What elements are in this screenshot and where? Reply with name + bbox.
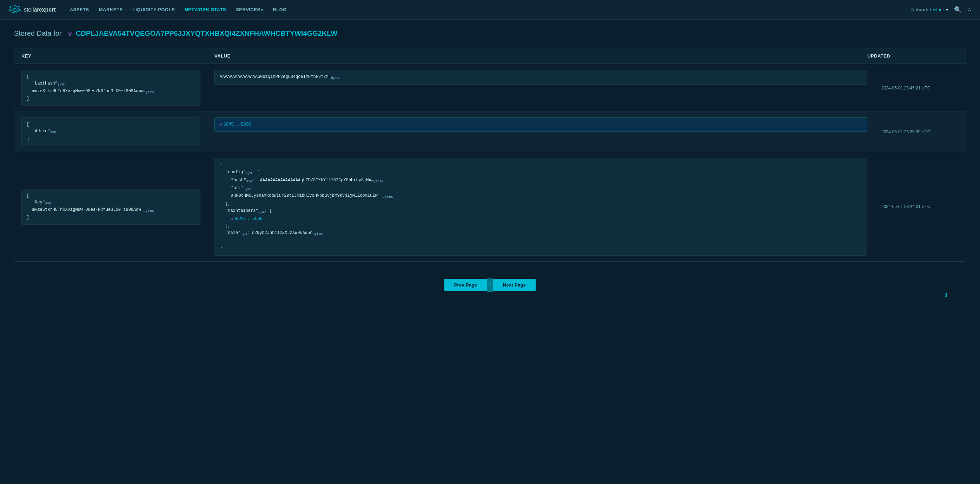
- row3-hash-bytes: bytes: [371, 179, 382, 183]
- network-selector[interactable]: Network testnet ▾: [911, 7, 948, 12]
- row2-key-entry: "Admin"sym: [27, 129, 56, 133]
- table-row: [ "Admin"sym ] ♛GCMS...EUGG 2024-05-01 2…: [14, 112, 966, 152]
- row2-link-value[interactable]: GCMS...EUGG: [224, 122, 251, 127]
- account-address-link[interactable]: CDPLJAEVA54TVQEGOA7PP6JJXYQTXHBXQI4ZXNFH…: [76, 29, 337, 37]
- row1-key-text1: "LastHash": [32, 81, 57, 86]
- download-icon[interactable]: ⬇: [944, 291, 948, 300]
- row3-name-sym: sym: [240, 233, 247, 236]
- row2-key-sym: sym: [50, 131, 56, 135]
- row1-updated-text: 2024-05-01 23:45:21 UTC: [881, 86, 930, 90]
- row3-url-entry: "url"sym:: [220, 184, 862, 192]
- row3-hash-key: "hash": [231, 178, 246, 183]
- page-divider: /: [487, 278, 493, 292]
- nav-right: Network testnet ▾ 🔍 △: [911, 5, 972, 14]
- next-page-button[interactable]: Next Page: [493, 279, 536, 291]
- row1-key-bytes-tag: bytes: [143, 90, 154, 94]
- row3-key-bytes-val: mvzeStkrHUTnRXvzgMuw+O8es/NRfue3L00+t808…: [32, 207, 143, 212]
- user-icon[interactable]: △: [967, 5, 972, 14]
- nav-links: ASSETS MARKETS LIQUIDITY POOLS NETWORK S…: [70, 7, 912, 12]
- row3-updated-cell: 2024-05-01 23:44:01 UTC: [874, 152, 966, 261]
- row3-hash-sym: sym: [246, 179, 252, 183]
- row3-updated-text: 2024-05-01 23:44:01 UTC: [881, 204, 930, 209]
- row3-key-block: [ "Key"sym, mvzeStkrHUTnRXvzgMuw+O8es/NR…: [21, 189, 200, 225]
- row3-maintainers-close: ],: [220, 222, 862, 229]
- network-label: Network: [911, 7, 928, 12]
- nav-assets[interactable]: ASSETS: [70, 7, 89, 12]
- main-content: Key Value Updated [ "LastHash"sym, mvzeS…: [0, 44, 980, 323]
- pagination: Prev Page / Next Page: [436, 270, 544, 300]
- account-icon: ♛: [67, 31, 72, 37]
- row3-name-entry: "name"sym: c29yb2Jhbi12ZXJzaW9uaW5nbytes: [220, 229, 862, 237]
- nav-blog[interactable]: BLOG: [273, 7, 287, 12]
- row2-updated-text: 2024-05-01 23:35:39 UTC: [881, 129, 930, 134]
- row3-close-brace: }: [220, 246, 222, 251]
- prev-page-button[interactable]: Prev Page: [444, 279, 487, 291]
- table-row: [ "LastHash"sym, mvzeStkrHUTnRXvzgMuw+O8…: [14, 64, 966, 112]
- row3-url-value-line: aHR0cHM6Ly9naXRodWIuY29tL3R1bHIvcHVpbGVj…: [220, 192, 862, 200]
- row3-name-key: "name": [225, 230, 240, 235]
- row3-key-entry2: mvzeStkrHUTnRXvzgMuw+O8es/NRfue3L00+t808…: [27, 207, 154, 212]
- row3-maintainers-value: ♛GCMS...EUGG: [220, 215, 862, 222]
- row1-key-entry1: "LastHash"sym,: [27, 81, 66, 86]
- page-title-prefix: Stored Data for: [14, 29, 62, 37]
- row3-key-entry1: "Key"sym,: [27, 200, 54, 205]
- row2-address-icon: ♛: [220, 122, 222, 127]
- row1-key-bracket-close: ]: [27, 96, 29, 101]
- row2-value-block: ♛GCMS...EUGG: [215, 117, 867, 132]
- row3-hash-value: AAAAAAAAAAAAAAAAqLZD/8TXbYltYB2CpY8pHrby…: [260, 178, 371, 183]
- nav-liquidity-pools[interactable]: LIQUIDITY POOLS: [133, 7, 175, 12]
- row1-value-cell: AAAAAAAAAAAAAAAG0dzQ1tPHvegU84qoelmHYhH3…: [207, 64, 874, 111]
- row3-bracket-open: [: [27, 193, 29, 198]
- row1-value-bytes-tag: bytes: [331, 76, 342, 80]
- logo[interactable]: stellar expert: [8, 3, 56, 16]
- row3-url-value: aHR0cHM6Ly9naXRodWIuY29tL3R1bHIvcHVpbGVj…: [231, 193, 383, 198]
- row3-url-bytes: bytes: [383, 195, 393, 199]
- col-header-updated: Updated: [867, 53, 959, 59]
- data-table: Key Value Updated [ "LastHash"sym, mvzeS…: [14, 48, 966, 262]
- services-dropdown-icon: ▾: [261, 8, 263, 12]
- row3-key-cell: [ "Key"sym, mvzeStkrHUTnRXvzgMuw+O8es/NR…: [14, 152, 207, 261]
- row1-key-bytes-val: mvzeStkrHUTnRXvzgMuw+O8es/NRfue3L00+t808…: [32, 89, 143, 94]
- row3-maintainers-label: "maintainers": [225, 208, 258, 213]
- row2-key-text: "Admin": [32, 129, 50, 133]
- pagination-area: Prev Page / Next Page ⬇: [14, 262, 966, 309]
- network-dropdown-icon: ▾: [946, 7, 948, 12]
- row3-config-sym: sym: [246, 172, 252, 176]
- row3-name-bytes: bytes: [312, 233, 323, 236]
- row3-config-key: "config"sym: {: [220, 169, 862, 176]
- row1-key-bracket-open: [: [27, 75, 29, 79]
- row1-value-text: AAAAAAAAAAAAAAAG0dzQ1tPHvegU84qoelmHYhH3…: [220, 75, 331, 79]
- nav-services[interactable]: SERVICES▾: [236, 7, 263, 12]
- row3-hash-entry: "hash"sym: AAAAAAAAAAAAAAAAqLZD/8TXbYltY…: [220, 177, 862, 184]
- row2-key-cell: [ "Admin"sym ]: [14, 112, 207, 152]
- row3-maintainers-link[interactable]: GCMS...EUGG: [235, 216, 262, 221]
- row3-url-key: "url": [231, 186, 243, 190]
- row3-code-block: { "config"sym: { "hash"sym: AAAAAAAAAAAA…: [215, 158, 867, 255]
- row1-key-entry2: mvzeStkrHUTnRXvzgMuw+O8es/NRfue3L00+t808…: [27, 89, 154, 94]
- logo-expert: expert: [39, 7, 56, 13]
- row3-bracket-close: ]: [27, 215, 29, 220]
- row3-maintainers-icon: ♛: [231, 217, 234, 221]
- search-icon[interactable]: 🔍: [954, 6, 962, 14]
- row3-name-value: c29yb2Jhbi12ZXJzaW9uaW5n: [252, 230, 313, 235]
- row1-key-block: [ "LastHash"sym, mvzeStkrHUTnRXvzgMuw+O8…: [21, 70, 200, 106]
- row3-config-close: },: [220, 200, 862, 207]
- row1-value-block: AAAAAAAAAAAAAAAG0dzQ1tPHvegU84qoelmHYhH3…: [215, 70, 867, 85]
- table-row: [ "Key"sym, mvzeStkrHUTnRXvzgMuw+O8es/NR…: [14, 152, 966, 261]
- logo-stellar: stellar: [24, 7, 39, 13]
- col-header-value: Value: [215, 53, 867, 59]
- row2-updated-cell: 2024-05-01 23:35:39 UTC: [874, 112, 966, 152]
- row3-value-cell: { "config"sym: { "hash"sym: AAAAAAAAAAAA…: [207, 152, 874, 261]
- network-value: testnet: [930, 7, 944, 12]
- row3-config-label: "config": [225, 170, 246, 175]
- row3-maintainers-key: "maintainers"sym: [: [220, 207, 862, 215]
- row1-key-sym1: sym: [57, 83, 64, 87]
- page-header: Stored Data for ♛ CDPLJAEVA54TVQEGOA7PP6…: [0, 20, 980, 44]
- nav-network-stats[interactable]: NETWORK STATS: [185, 7, 226, 12]
- row1-updated-cell: 2024-05-01 23:45:21 UTC: [874, 64, 966, 111]
- table-header: Key Value Updated: [14, 48, 966, 64]
- nav-markets[interactable]: MARKETS: [99, 7, 123, 12]
- row3-key-bytes-tag: bytes: [143, 209, 154, 213]
- row3-maintainers-sym: sym: [258, 210, 265, 214]
- row3-open-brace: {: [220, 163, 222, 168]
